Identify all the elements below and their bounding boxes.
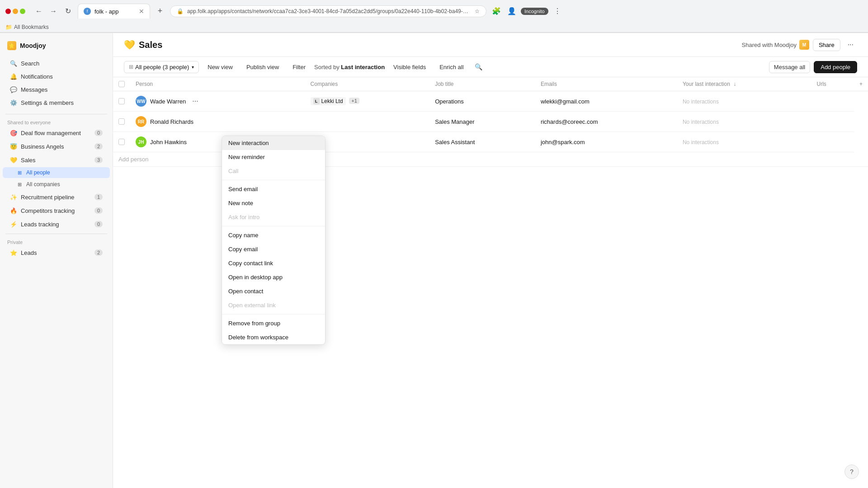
th-companies: Companies (305, 77, 430, 91)
address-bar[interactable]: 🔒 app.folk.app/apps/contacts/network/cca… (170, 5, 486, 17)
chevron-down-icon: ▾ (192, 65, 194, 70)
context-menu-item-label: Copy name (228, 232, 258, 239)
context-menu-item-delete-from-workspace[interactable]: Delete from workspace (222, 330, 325, 344)
row-checkbox[interactable] (118, 118, 125, 125)
add-people-button[interactable]: Add people (814, 61, 857, 73)
visible-fields-button[interactable]: Visible fields (388, 61, 431, 73)
grid-icon: ⊞ (16, 169, 23, 176)
publish-view-button[interactable]: Publish view (241, 61, 284, 73)
messages-icon: 💬 (10, 86, 17, 93)
context-menu-item-open-contact[interactable]: Open contact (222, 284, 325, 298)
sidebar-item-messages[interactable]: 💬 Messages (3, 83, 110, 96)
sidebar-item-recruitment[interactable]: ✨ Recruitment pipeline 1 (3, 191, 110, 203)
row-checkbox[interactable] (118, 98, 125, 104)
menu-btn[interactable]: ⋮ (551, 5, 564, 18)
no-interactions: No interactions (683, 99, 719, 105)
nav-forward-btn[interactable]: → (47, 5, 60, 18)
enrich-all-button[interactable]: Enrich all (434, 61, 468, 73)
sidebar-sub-all-people[interactable]: ⊞ All people (3, 167, 110, 178)
context-menu-item-send-email[interactable]: Send email (222, 182, 325, 196)
window-close[interactable] (5, 9, 11, 14)
company-name: Lekki Ltd (321, 98, 343, 104)
nav-reload-btn[interactable]: ↻ (61, 5, 74, 18)
person-avatar: WW (136, 96, 146, 107)
row-checkbox-cell (113, 132, 130, 152)
urls-cell (811, 91, 854, 112)
context-menu-item-new-note[interactable]: New note (222, 196, 325, 210)
th-job-title: Job title (429, 77, 535, 91)
competitors-icon: 🔥 (10, 207, 17, 214)
sidebar-item-leads-tracking[interactable]: ⚡ Leads tracking 0 (3, 218, 110, 230)
filter-button[interactable]: Filter (288, 61, 311, 73)
nav-back-btn[interactable]: ← (33, 5, 45, 18)
sidebar-item-notifications[interactable]: 🔔 Notifications (3, 70, 110, 83)
company-cell: L Lekki Ltd +1 (305, 91, 430, 112)
select-all-checkbox[interactable] (118, 81, 125, 87)
more-options-button[interactable]: ··· (844, 38, 857, 51)
view-selector[interactable]: ⊞ All people (3 people) ▾ (124, 61, 199, 73)
page-emoji: 💛 (124, 39, 135, 50)
search-button[interactable]: 🔍 (472, 61, 485, 73)
context-menu-item-label: Remove from group (228, 320, 280, 327)
star-icon: ☆ (475, 8, 480, 14)
bookmarks-icon: 📁 (5, 24, 12, 30)
row-action-dots[interactable]: ··· (189, 96, 201, 106)
email-cell: richards@coreec.com (535, 112, 677, 132)
window-maximize[interactable] (20, 9, 25, 14)
sort-field: Last interaction (341, 64, 385, 70)
person-name: Wade Warren (150, 98, 186, 105)
job-title-cell: Sales Manager (429, 112, 535, 132)
context-menu-item-remove-from-group[interactable]: Remove from group (222, 316, 325, 330)
sidebar-sub-all-companies[interactable]: ⊞ All companies (3, 179, 110, 190)
window-minimize[interactable] (13, 9, 18, 14)
th-add-column[interactable]: + (854, 77, 868, 91)
browser-tab[interactable]: f folk - app ✕ (78, 4, 150, 19)
context-menu-item-copy-name[interactable]: Copy name (222, 228, 325, 242)
company-cell (305, 112, 430, 132)
help-button[interactable]: ? (844, 465, 859, 479)
business-angels-badge: 2 (94, 143, 103, 150)
business-angels-icon: 😇 (10, 143, 17, 150)
profile-btn[interactable]: 👤 (505, 5, 518, 18)
share-button[interactable]: Share (813, 39, 840, 51)
extensions-btn[interactable]: 🧩 (490, 5, 503, 18)
new-view-button[interactable]: New view (203, 61, 238, 73)
sidebar-divider (5, 114, 107, 114)
main-header: 💛 Sales Shared with Moodjoy M Share ··· (113, 33, 868, 57)
context-menu-item-new-interaction[interactable]: New interaction (222, 136, 325, 150)
sidebar-item-label: Leads tracking (21, 221, 91, 228)
row-action-dots[interactable]: ··· (197, 117, 208, 127)
grid-icon: ⊞ (16, 181, 23, 188)
company-chip: L Lekki Ltd (311, 97, 346, 105)
context-menu-item-label: Call (228, 168, 238, 174)
sidebar-item-deal-flow[interactable]: 🎯 Deal flow management 0 (3, 127, 110, 139)
deal-flow-badge: 0 (94, 130, 103, 136)
context-menu-item-copy-contact-link[interactable]: Copy contact link (222, 256, 325, 270)
context-menu-item-open-desktop[interactable]: Open in desktop app (222, 270, 325, 284)
sidebar-item-label: Messages (21, 86, 103, 93)
sidebar-item-label: Business Angels (21, 143, 91, 150)
sidebar-item-sales[interactable]: 💛 Sales 3 (3, 154, 110, 166)
sort-arrow-icon: ↓ (733, 81, 736, 87)
context-menu-item-new-reminder[interactable]: New reminder (222, 150, 325, 164)
message-all-button[interactable]: Message all (769, 61, 810, 73)
lock-icon: 🔒 (177, 8, 184, 14)
sidebar-item-business-angels[interactable]: 😇 Business Angels 2 (3, 140, 110, 153)
sidebar-item-leads[interactable]: ⭐ Leads 2 (3, 246, 110, 259)
sales-icon: 💛 (10, 156, 17, 164)
tab-close-btn[interactable]: ✕ (139, 8, 144, 15)
app-name: Moodjoy (20, 42, 46, 49)
sidebar-item-competitors[interactable]: 🔥 Competitors tracking 0 (3, 204, 110, 217)
row-action-dots[interactable]: ··· (190, 137, 202, 147)
new-tab-btn[interactable]: + (154, 5, 166, 18)
th-person: Person (130, 77, 305, 91)
th-job-title-label: Job title (435, 81, 453, 87)
sidebar-item-settings[interactable]: ⚙️ Settings & members (3, 96, 110, 109)
row-checkbox[interactable] (118, 139, 125, 145)
urls-cell (811, 132, 854, 152)
context-menu-item-copy-email[interactable]: Copy email (222, 242, 325, 256)
sidebar-item-label: Deal flow management (21, 130, 91, 136)
recruitment-icon: ✨ (10, 193, 17, 201)
sidebar-item-search[interactable]: 🔍 Search (3, 57, 110, 70)
sidebar-item-label: Sales (21, 157, 91, 164)
